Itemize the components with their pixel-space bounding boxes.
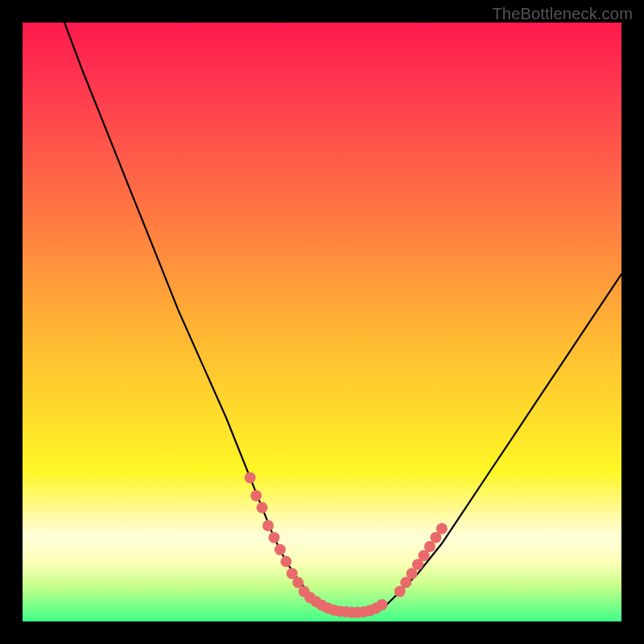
data-point [280, 556, 291, 568]
watermark-text: TheBottleneck.com [492, 5, 633, 23]
bottleneck-curve-path [64, 23, 621, 613]
data-point [245, 472, 256, 483]
data-point [250, 490, 262, 502]
data-point [376, 599, 387, 610]
data-point [269, 532, 280, 543]
data-point [436, 523, 448, 535]
data-point-dots [245, 472, 448, 617]
data-point [262, 520, 274, 531]
data-point [257, 502, 268, 514]
bottleneck-chart [23, 23, 621, 621]
data-point [275, 544, 286, 555]
